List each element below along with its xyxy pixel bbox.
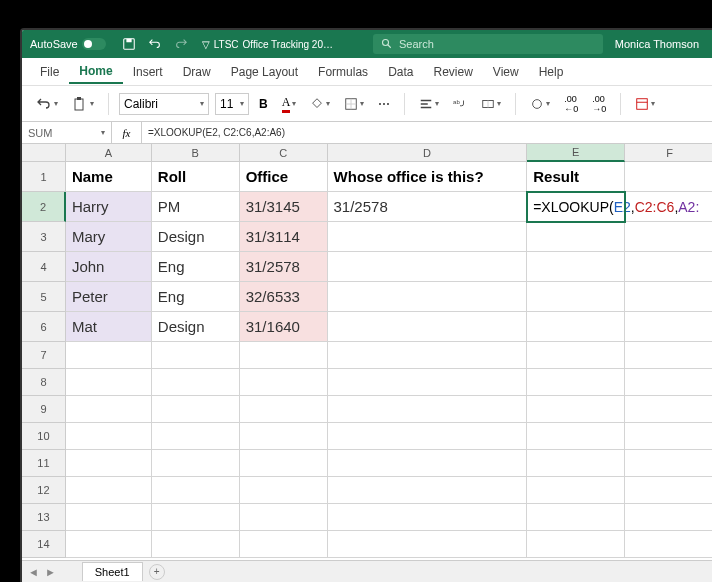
overflow-button[interactable]: ⋯ <box>374 95 394 113</box>
tab-insert[interactable]: Insert <box>123 61 173 83</box>
cell[interactable]: Office <box>240 162 328 192</box>
cell[interactable]: Eng <box>152 252 240 282</box>
cell[interactable] <box>240 423 328 450</box>
cell[interactable] <box>328 531 528 558</box>
borders-button[interactable]: ▾ <box>340 95 368 113</box>
row-header[interactable]: 12 <box>22 477 66 504</box>
undo-button[interactable]: ▾ <box>32 94 62 114</box>
cell[interactable] <box>625 450 712 477</box>
cell[interactable] <box>527 222 625 252</box>
row-header[interactable]: 9 <box>22 396 66 423</box>
cell[interactable] <box>240 504 328 531</box>
autosave-toggle[interactable]: AutoSave <box>30 38 106 50</box>
cell[interactable] <box>152 396 240 423</box>
cell[interactable] <box>66 450 152 477</box>
cell[interactable]: Eng <box>152 282 240 312</box>
cell[interactable] <box>527 450 625 477</box>
document-name[interactable]: ▽ LTSC Office Tracking 20… <box>202 39 333 50</box>
select-all-corner[interactable] <box>22 144 66 162</box>
cell[interactable] <box>625 252 712 282</box>
tab-page-layout[interactable]: Page Layout <box>221 61 308 83</box>
cell[interactable] <box>328 222 528 252</box>
save-icon[interactable] <box>118 33 140 55</box>
cell[interactable] <box>625 312 712 342</box>
fx-label[interactable]: fx <box>112 122 142 143</box>
cell[interactable]: 31/2578 <box>328 192 528 222</box>
increase-decimal-button[interactable]: .00←0 <box>560 92 582 116</box>
row-header[interactable]: 6 <box>22 312 66 342</box>
row-header[interactable]: 7 <box>22 342 66 369</box>
col-header[interactable]: A <box>66 144 152 162</box>
tab-view[interactable]: View <box>483 61 529 83</box>
row-header[interactable]: 14 <box>22 531 66 558</box>
cell[interactable] <box>527 282 625 312</box>
decrease-decimal-button[interactable]: .00→0 <box>588 92 610 116</box>
cell[interactable]: Harry <box>66 192 152 222</box>
cell[interactable]: 31/3114 <box>240 222 328 252</box>
cell[interactable] <box>625 396 712 423</box>
cell[interactable] <box>328 450 528 477</box>
cell[interactable]: Name <box>66 162 152 192</box>
undo-icon[interactable] <box>144 33 166 55</box>
cell[interactable] <box>66 342 152 369</box>
cell[interactable] <box>152 423 240 450</box>
col-header[interactable]: B <box>152 144 240 162</box>
row-header[interactable]: 10 <box>22 423 66 450</box>
tab-data[interactable]: Data <box>378 61 423 83</box>
cell[interactable]: 31/1640 <box>240 312 328 342</box>
toggle-switch[interactable] <box>82 38 106 50</box>
row-header[interactable]: 13 <box>22 504 66 531</box>
cell[interactable] <box>240 531 328 558</box>
tab-help[interactable]: Help <box>529 61 574 83</box>
row-header[interactable]: 5 <box>22 282 66 312</box>
font-color-button[interactable]: A▾ <box>278 93 301 115</box>
paste-button[interactable]: ▾ <box>68 94 98 114</box>
cell[interactable] <box>527 423 625 450</box>
row-header[interactable]: 3 <box>22 222 66 252</box>
tab-draw[interactable]: Draw <box>173 61 221 83</box>
row-header[interactable]: 1 <box>22 162 66 192</box>
cell[interactable] <box>240 342 328 369</box>
cell[interactable] <box>527 252 625 282</box>
tab-file[interactable]: File <box>30 61 69 83</box>
cell[interactable] <box>240 369 328 396</box>
col-header[interactable]: F <box>625 144 712 162</box>
cell[interactable]: 31/2578 <box>240 252 328 282</box>
name-box[interactable]: SUM▾ <box>22 122 112 143</box>
cell[interactable] <box>527 369 625 396</box>
cell[interactable] <box>625 477 712 504</box>
cell[interactable] <box>328 342 528 369</box>
cell[interactable] <box>152 342 240 369</box>
cell[interactable] <box>66 477 152 504</box>
cell[interactable] <box>625 369 712 396</box>
wrap-text-button[interactable]: ab <box>449 95 471 113</box>
cell[interactable] <box>527 312 625 342</box>
cell[interactable]: 31/3145 <box>240 192 328 222</box>
format-table-button[interactable]: ▾ <box>631 95 659 113</box>
currency-button[interactable]: ▾ <box>526 95 554 113</box>
sheet-tab[interactable]: Sheet1 <box>82 562 143 581</box>
cell[interactable] <box>527 477 625 504</box>
cell[interactable] <box>152 369 240 396</box>
cell[interactable] <box>625 504 712 531</box>
cell[interactable] <box>625 162 712 192</box>
cell[interactable] <box>328 369 528 396</box>
prev-sheet-icon[interactable]: ◄ <box>28 566 39 578</box>
tab-review[interactable]: Review <box>423 61 482 83</box>
row-header[interactable]: 11 <box>22 450 66 477</box>
cell[interactable] <box>625 282 712 312</box>
cell[interactable] <box>328 423 528 450</box>
cell[interactable] <box>328 252 528 282</box>
cell[interactable] <box>625 531 712 558</box>
formula-input[interactable]: =XLOOKUP(E2, C2:C6,A2:A6) <box>142 127 712 138</box>
user-name[interactable]: Monica Thomson <box>615 38 699 50</box>
cell[interactable] <box>625 423 712 450</box>
cell[interactable] <box>527 504 625 531</box>
cell[interactable] <box>328 282 528 312</box>
add-sheet-button[interactable]: + <box>149 564 165 580</box>
cell[interactable] <box>240 477 328 504</box>
cell[interactable] <box>152 477 240 504</box>
merge-button[interactable]: ▾ <box>477 95 505 113</box>
col-header[interactable]: C <box>240 144 328 162</box>
cell[interactable] <box>152 531 240 558</box>
